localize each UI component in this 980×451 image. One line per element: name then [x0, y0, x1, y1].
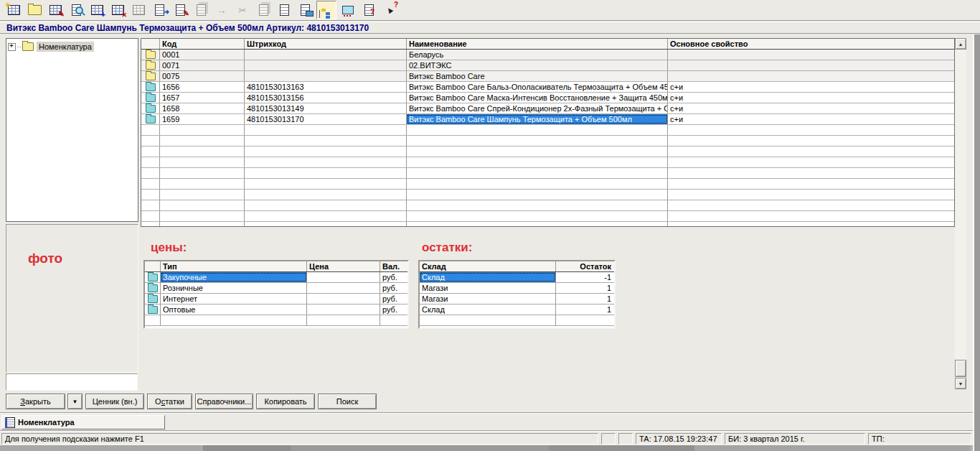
toolbar: ✶ ✎ + ✕ ➜ ✎ → ✂ ? ▲?	[0, 0, 980, 21]
empty-row	[420, 315, 614, 326]
prices-table[interactable]: Тип Цена Вал. Закупочные руб. Розничные …	[143, 260, 409, 329]
status-bi: БИ: 3 квартал 2015 г.	[725, 433, 865, 445]
print-icon[interactable]	[296, 1, 314, 19]
empty-row	[141, 200, 954, 211]
status-tp: ТП:	[868, 433, 971, 445]
edit-item-icon[interactable]: ✎	[46, 1, 65, 19]
copy-button[interactable]: Копировать	[256, 394, 315, 409]
delete-row-icon[interactable]: ✕	[108, 1, 127, 19]
taskbar-edge	[0, 445, 980, 451]
new-item-icon[interactable]: ✶	[4, 1, 23, 19]
tree-expand-icon[interactable]	[8, 43, 16, 51]
search-button[interactable]: Поиск	[318, 394, 377, 409]
stock-row[interactable]: Склад 1	[420, 304, 614, 315]
context-help-icon[interactable]: ▲?	[380, 1, 399, 19]
table-row[interactable]: 0001 Беларусь	[141, 50, 954, 60]
group-folder-icon	[146, 51, 156, 59]
empty-row	[141, 157, 954, 168]
empty-row	[141, 222, 954, 227]
left-empty-field[interactable]	[6, 373, 138, 391]
item-folder-icon	[146, 83, 156, 91]
price-row-selected[interactable]: Закупочные руб.	[145, 272, 407, 283]
item-folder-icon	[148, 274, 158, 282]
copy-row-icon[interactable]	[129, 1, 148, 19]
open-folder-icon[interactable]	[25, 1, 44, 19]
table-row-selected[interactable]: 1659 4810153013170 Витэкс Bamboo Care Ша…	[141, 114, 954, 125]
tree-root-label[interactable]: Номенклатура	[37, 42, 94, 52]
window-right-edge	[973, 34, 980, 451]
help-icon[interactable]: ?	[359, 1, 378, 19]
status-bar: Для получения подсказки нажмите F1 ТА: 1…	[0, 430, 980, 445]
copy-group-icon[interactable]	[192, 1, 210, 19]
empty-row	[141, 125, 954, 136]
hierarchy-view-icon[interactable]	[316, 1, 336, 19]
item-folder-icon	[146, 94, 156, 102]
application-window: ✶ ✎ + ✕ ➜ ✎ → ✂ ? ▲? Витэкс Bamboo Care …	[0, 0, 980, 451]
item-title: Витэкс Bamboo Care Шампунь Термозащита +…	[6, 23, 369, 33]
stock-table[interactable]: Склад Остаток Склад -1 Магази 1 Магази 1…	[418, 260, 616, 329]
status-ta: ТА: 17.08.15 19:23:47	[636, 433, 722, 445]
scroll-up-icon[interactable]	[955, 38, 966, 50]
folder-icon	[22, 42, 34, 51]
table-row[interactable]: 1658 4810153013149 Витэкс Bamboo Care Сп…	[141, 103, 954, 114]
references-button[interactable]: Справочники...	[195, 394, 253, 409]
merge-icon[interactable]: →	[212, 1, 231, 19]
col-header-price-type: Тип	[161, 261, 307, 271]
table-monitor-icon[interactable]	[339, 1, 357, 19]
nomenclature-table[interactable]: Код Штрихкод Наименование Основное свойс…	[141, 38, 955, 227]
selected-cell[interactable]: Витэкс Bamboo Care Шампунь Термозащита +…	[407, 114, 668, 124]
group-folder-icon	[146, 73, 156, 80]
col-header-name: Наименование	[407, 39, 668, 49]
table-row[interactable]: 1657 4810153013156 Витэкс Bamboo Care Ма…	[141, 93, 954, 103]
table-row[interactable]: 0071 02.ВИТЭКС	[141, 60, 954, 71]
price-tag-button[interactable]: Ценник (вн.)	[85, 394, 144, 409]
add-row-icon[interactable]: +	[88, 1, 106, 19]
item-folder-icon	[146, 116, 156, 124]
move-item-icon[interactable]: ➜	[150, 1, 169, 19]
group-folder-icon	[146, 62, 156, 70]
tab-label: Номенклатура	[18, 418, 75, 427]
selected-cell[interactable]: Склад	[420, 272, 556, 282]
col-header-code: Код	[160, 39, 245, 49]
scrollbar-thumb[interactable]	[955, 360, 966, 377]
col-header-currency: Вал.	[380, 261, 407, 271]
nomenclature-tree-panel[interactable]: Номенклатура	[6, 38, 138, 222]
col-header-warehouse: Склад	[420, 261, 556, 271]
copy-icon[interactable]	[254, 1, 273, 19]
price-row[interactable]: Оптовые руб.	[145, 304, 407, 315]
journal-icon	[5, 417, 15, 428]
window-tab-bar: Номенклатура	[0, 412, 980, 430]
close-dropdown-button[interactable]: ▼	[67, 394, 83, 409]
prices-section-label: цены:	[151, 241, 187, 255]
empty-row	[141, 190, 954, 200]
photo-panel: фото	[6, 224, 138, 373]
table-header-row: Код Штрихкод Наименование Основное свойс…	[141, 39, 954, 50]
table-row[interactable]: 0075 Витэкс Bamboo Care	[141, 71, 954, 82]
scroll-down-icon[interactable]	[955, 378, 966, 389]
tab-nomenclature[interactable]: Номенклатура	[1, 415, 165, 429]
col-header-qty: Остаток	[556, 261, 614, 271]
tree-root-row[interactable]: Номенклатура	[8, 41, 136, 52]
price-row[interactable]: Интернет руб.	[145, 294, 407, 304]
empty-row	[141, 211, 954, 222]
description-icon[interactable]	[275, 1, 293, 19]
stock-row[interactable]: Магази 1	[420, 294, 614, 304]
vertical-scrollbar[interactable]	[955, 38, 966, 389]
item-folder-icon	[148, 295, 158, 303]
photo-label: фото	[28, 251, 138, 266]
status-help-text: Для получения подсказки нажмите F1	[1, 433, 598, 445]
close-button[interactable]: Закрыть	[6, 394, 65, 409]
selected-cell[interactable]: Закупочные	[161, 272, 307, 282]
stock-row-selected[interactable]: Склад -1	[420, 272, 614, 283]
empty-row	[141, 168, 954, 179]
table-row[interactable]: 1656 4810153013163 Витэкс Bamboo Care Ба…	[141, 82, 954, 93]
price-row[interactable]: Розничные руб.	[145, 283, 407, 294]
stock-row[interactable]: Магази 1	[420, 283, 614, 294]
find-icon[interactable]	[67, 1, 85, 19]
empty-row	[141, 136, 954, 147]
post-item-icon[interactable]: ✎	[171, 1, 189, 19]
cut-icon[interactable]: ✂	[233, 1, 252, 19]
col-header-barcode: Штрихкод	[245, 39, 407, 49]
item-folder-icon	[148, 284, 158, 292]
stock-button[interactable]: Остатки	[147, 394, 192, 409]
